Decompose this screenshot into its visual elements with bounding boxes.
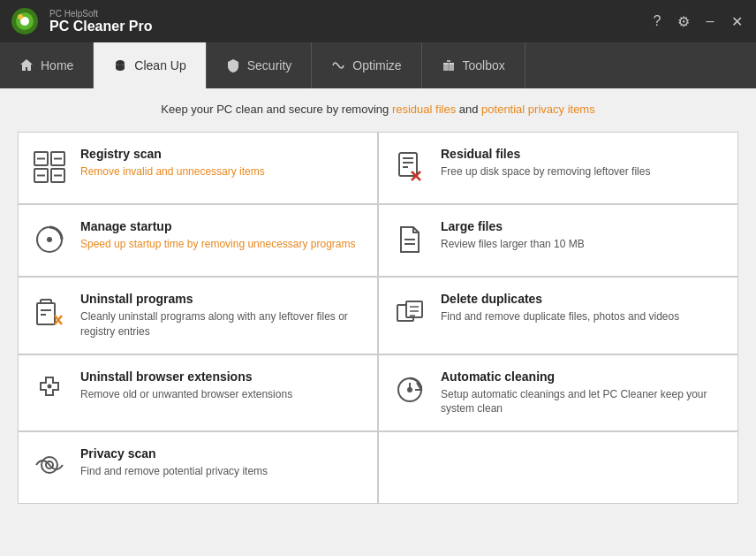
tagline: Keep your PC clean and secure by removin… bbox=[18, 103, 738, 116]
card-large-files-desc: Review files larger than 10 MB bbox=[441, 237, 723, 252]
card-uninstall-extensions-text: Uninstall browser extensions Remove old … bbox=[80, 369, 363, 402]
card-automatic-cleaning[interactable]: Automatic cleaning Setup automatic clean… bbox=[379, 355, 737, 431]
svg-point-23 bbox=[47, 237, 52, 242]
security-icon bbox=[226, 58, 240, 72]
nav-bar: Home Clean Up Security Optimize bbox=[0, 42, 756, 88]
card-delete-duplicates-desc: Find and remove duplicate files, photos … bbox=[441, 309, 723, 324]
app-title-top: PC HelpSoft bbox=[49, 9, 152, 19]
residual-files-icon bbox=[391, 149, 428, 186]
cleanup-icon bbox=[113, 58, 127, 72]
card-privacy-scan-desc: Find and remove potential privacy items bbox=[80, 464, 363, 479]
card-uninstall-programs-text: Uninstall programs Cleanly uninstall pro… bbox=[80, 292, 363, 339]
card-privacy-scan[interactable]: Privacy scan Find and remove potential p… bbox=[19, 432, 377, 503]
tagline-middle: and bbox=[456, 103, 481, 116]
card-registry-scan-desc: Remove invalid and unnecessary items bbox=[80, 164, 363, 179]
tagline-highlight1: residual files bbox=[392, 103, 456, 116]
title-bar-left: PC HelpSoft PC Cleaner Pro bbox=[9, 5, 152, 37]
optimize-icon bbox=[331, 58, 345, 72]
tagline-highlight2: potential privacy items bbox=[481, 103, 595, 116]
tagline-prefix: Keep your PC clean and secure by removin… bbox=[161, 103, 392, 116]
svg-point-4 bbox=[18, 14, 23, 19]
app-logo bbox=[9, 5, 41, 37]
card-residual-files-title: Residual files bbox=[441, 147, 723, 161]
large-files-icon bbox=[391, 221, 428, 258]
automatic-cleaning-icon bbox=[391, 371, 428, 408]
svg-rect-16 bbox=[399, 153, 417, 176]
uninstall-programs-icon bbox=[31, 293, 68, 331]
tab-security[interactable]: Security bbox=[207, 42, 313, 88]
card-automatic-cleaning-desc: Setup automatic cleanings and let PC Cle… bbox=[441, 387, 723, 417]
card-registry-scan-text: Registry scan Remove invalid and unneces… bbox=[80, 147, 363, 179]
card-uninstall-programs[interactable]: Uninstall programs Cleanly uninstall pro… bbox=[19, 278, 377, 354]
card-manage-startup-title: Manage startup bbox=[80, 219, 363, 233]
card-uninstall-programs-title: Uninstall programs bbox=[80, 292, 363, 306]
card-manage-startup[interactable]: Manage startup Speed up startup time by … bbox=[19, 205, 377, 276]
card-manage-startup-desc: Speed up startup time by removing unnece… bbox=[80, 237, 363, 252]
card-manage-startup-highlight: unnecessary programs bbox=[247, 238, 355, 250]
card-registry-scan[interactable]: Registry scan Remove invalid and unneces… bbox=[19, 133, 377, 203]
tab-optimize[interactable]: Optimize bbox=[312, 42, 421, 88]
manage-startup-icon bbox=[31, 221, 68, 258]
card-automatic-cleaning-text: Automatic cleaning Setup automatic clean… bbox=[441, 369, 723, 417]
tab-cleanup[interactable]: Clean Up bbox=[94, 42, 206, 88]
minimize-button[interactable]: – bbox=[699, 11, 721, 32]
card-registry-scan-title: Registry scan bbox=[80, 147, 363, 161]
card-large-files[interactable]: Large files Review files larger than 10 … bbox=[379, 205, 737, 276]
app-title-main: PC Cleaner Pro bbox=[49, 19, 152, 34]
main-content: Keep your PC clean and secure by removin… bbox=[0, 88, 756, 556]
tab-toolbox-label: Toolbox bbox=[463, 58, 505, 72]
close-button[interactable]: ✕ bbox=[726, 11, 747, 32]
cards-grid: Registry scan Remove invalid and unneces… bbox=[18, 132, 738, 504]
card-residual-files-text: Residual files Free up disk space by rem… bbox=[441, 147, 723, 179]
card-manage-startup-text: Manage startup Speed up startup time by … bbox=[80, 219, 363, 252]
card-large-files-text: Large files Review files larger than 10 … bbox=[441, 219, 723, 252]
title-bar: PC HelpSoft PC Cleaner Pro ? ⚙ – ✕ bbox=[0, 0, 756, 42]
svg-point-5 bbox=[116, 60, 125, 65]
tab-cleanup-label: Clean Up bbox=[134, 58, 185, 72]
card-uninstall-programs-desc: Cleanly uninstall programs along with an… bbox=[80, 309, 363, 339]
privacy-scan-icon bbox=[31, 448, 68, 485]
card-privacy-scan-text: Privacy scan Find and remove potential p… bbox=[80, 446, 363, 479]
card-large-files-title: Large files bbox=[441, 219, 723, 233]
tab-optimize-label: Optimize bbox=[352, 58, 401, 72]
title-bar-controls: ? ⚙ – ✕ bbox=[646, 11, 747, 32]
card-delete-duplicates[interactable]: Delete duplicates Find and remove duplic… bbox=[379, 278, 737, 354]
tab-home[interactable]: Home bbox=[0, 42, 94, 88]
registry-scan-icon bbox=[31, 149, 68, 186]
tab-security-label: Security bbox=[247, 58, 292, 72]
tab-toolbox[interactable]: Toolbox bbox=[422, 42, 525, 88]
card-uninstall-extensions[interactable]: Uninstall browser extensions Remove old … bbox=[19, 355, 377, 431]
uninstall-extensions-icon bbox=[31, 371, 68, 408]
card-registry-scan-highlight: invalid and unnecessary items bbox=[123, 165, 265, 178]
card-residual-files-desc: Free up disk space by removing leftover … bbox=[441, 164, 723, 179]
card-delete-duplicates-title: Delete duplicates bbox=[441, 292, 723, 306]
card-uninstall-extensions-desc: Remove old or unwanted browser extension… bbox=[80, 387, 363, 402]
card-uninstall-extensions-title: Uninstall browser extensions bbox=[80, 369, 363, 384]
settings-button[interactable]: ⚙ bbox=[673, 11, 694, 32]
help-button[interactable]: ? bbox=[646, 11, 668, 32]
home-icon bbox=[19, 58, 34, 72]
toolbox-icon bbox=[442, 58, 456, 72]
card-empty bbox=[379, 432, 737, 503]
tab-home-label: Home bbox=[41, 58, 73, 72]
card-residual-files[interactable]: Residual files Free up disk space by rem… bbox=[379, 133, 737, 203]
card-privacy-scan-title: Privacy scan bbox=[80, 446, 363, 461]
card-automatic-cleaning-title: Automatic cleaning bbox=[441, 369, 723, 384]
card-delete-duplicates-text: Delete duplicates Find and remove duplic… bbox=[441, 292, 723, 324]
delete-duplicates-icon bbox=[391, 293, 428, 331]
app-title: PC HelpSoft PC Cleaner Pro bbox=[49, 9, 152, 34]
svg-point-39 bbox=[48, 384, 52, 388]
